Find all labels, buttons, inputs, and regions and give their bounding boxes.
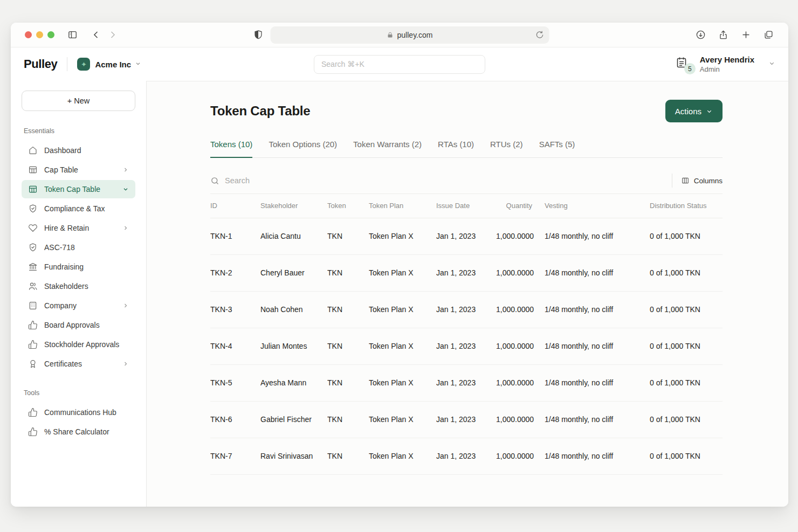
cell-vesting: 1/48 monthly, no cliff [545,328,650,364]
cell-token-plan: Token Plan X [369,291,436,328]
sidebar-item-label: Fundraising [44,262,129,271]
sidebar-item-dashboard[interactable]: Dashboard [22,141,135,160]
search-icon [210,176,219,185]
sidebar-item-stockholder-approvals[interactable]: Stockholder Approvals [22,335,135,354]
sidebar-toggle-icon[interactable] [64,27,80,43]
chevron-right-icon [122,302,129,309]
column-header-token-plan: Token Plan [369,194,436,218]
thumbs-up-icon [28,427,38,437]
org-name: Acme Inc [95,60,131,69]
tab-rtus-2[interactable]: RTUs (2) [490,140,523,157]
chevron-right-icon [122,361,129,367]
cell-vesting: 1/48 monthly, no cliff [545,438,650,474]
downloads-icon[interactable] [692,27,708,43]
actions-button[interactable]: Actions [665,100,723,122]
cell-token-plan: Token Plan X [369,364,436,401]
user-menu[interactable]: Avery Hendrix Admin [700,55,775,73]
org-logo-icon: ✦ [77,58,90,71]
tab-safts-5[interactable]: SAFTs (5) [539,140,575,157]
tab-tokens-10[interactable]: Tokens (10) [210,140,252,158]
award-icon [28,359,38,369]
column-header-vesting: Vesting [545,194,650,218]
table-toolbar: Columns [210,168,723,194]
shield-check-icon [28,204,38,213]
new-button[interactable]: + New [22,91,135,111]
forward-button[interactable] [104,27,120,43]
pulley-logo: Pulley [24,57,57,71]
sidebar-item-hire-retain[interactable]: Hire & Retain [22,219,135,237]
cell-distribution-status: 0 of 1,000 TKN [650,401,723,438]
sidebar-item-token-cap-table[interactable]: Token Cap Table [22,180,135,198]
cell-vesting: 1/48 monthly, no cliff [545,291,650,328]
notifications-button[interactable]: 5 [675,56,691,72]
cell-vesting: 1/48 monthly, no cliff [545,401,650,438]
global-search-input[interactable] [314,55,485,74]
close-window-button[interactable] [25,31,32,38]
sidebar: + New EssentialsDashboardCap TableToken … [11,81,147,507]
cell-stakeholder: Julian Montes [260,328,327,364]
tab-token-warrants-2[interactable]: Token Warrants (2) [353,140,422,157]
sidebar-item-compliance-tax[interactable]: Compliance & Tax [22,199,135,218]
cell-stakeholder: Alicia Cantu [260,218,327,254]
cell-token: TKN [327,364,369,401]
address-bar[interactable]: pulley.com [271,26,549,44]
table-row[interactable]: TKN-4Julian MontesTKNToken Plan XJan 1, … [210,328,723,364]
share-icon[interactable] [715,27,731,43]
cell-distribution-status: 0 of 1,000 TKN [650,328,723,364]
sidebar-item-label: Token Cap Table [44,185,122,194]
sidebar-item-board-approvals[interactable]: Board Approvals [22,316,135,334]
table-row[interactable]: TKN-3Noah CohenTKNToken Plan XJan 1, 202… [210,291,723,328]
cell-issue-date: Jan 1, 2023 [436,218,496,254]
table-search[interactable] [210,176,672,185]
cell-id: TKN-1 [210,218,260,254]
sidebar-item-stakeholders[interactable]: Stakeholders [22,277,135,295]
org-switcher[interactable]: ✦ Acme Inc [77,58,141,71]
sidebar-item-certificates[interactable]: Certificates [22,355,135,373]
cell-token-plan: Token Plan X [369,218,436,254]
sidebar-item-cap-table[interactable]: Cap Table [22,161,135,179]
reload-icon[interactable] [535,30,545,41]
chevron-right-icon [122,225,129,231]
table-row[interactable]: TKN-2Cheryl BauerTKNToken Plan XJan 1, 2… [210,254,723,291]
cell-token: TKN [327,438,369,474]
sidebar-item-asc-718[interactable]: ASC-718 [22,238,135,257]
chevron-down-icon [768,59,775,69]
columns-button[interactable]: Columns [672,174,723,188]
cell-distribution-status: 0 of 1,000 TKN [650,254,723,291]
cell-stakeholder: Noah Cohen [260,291,327,328]
table-row[interactable]: TKN-7Ravi SrinivasanTKNToken Plan XJan 1… [210,438,723,474]
minimize-window-button[interactable] [36,31,43,38]
cell-issue-date: Jan 1, 2023 [436,364,496,401]
table-row[interactable]: TKN-6Gabriel FischerTKNToken Plan XJan 1… [210,401,723,438]
tab-overview-icon[interactable] [760,27,776,43]
cell-id: TKN-6 [210,401,260,438]
column-header-quantity: Quantity [496,194,545,218]
cell-id: TKN-7 [210,438,260,474]
sidebar-item-communications-hub[interactable]: Communications Hub [22,403,135,422]
table-row[interactable]: TKN-5Ayesha MannTKNToken Plan XJan 1, 20… [210,364,723,401]
table-row[interactable]: TKN-1Alicia CantuTKNToken Plan XJan 1, 2… [210,218,723,254]
zoom-window-button[interactable] [47,31,54,38]
sidebar-item-label: Stockholder Approvals [44,340,129,349]
sidebar-item-company[interactable]: Company [22,296,135,315]
cell-token-plan: Token Plan X [369,254,436,291]
chevron-down-icon [135,59,141,69]
privacy-shield-icon[interactable] [250,27,266,43]
table-search-input[interactable] [225,176,672,185]
tab-rtas-10[interactable]: RTAs (10) [438,140,474,157]
sidebar-item-fundraising[interactable]: Fundraising [22,258,135,276]
cell-quantity: 1,000.0000 [496,364,545,401]
traffic-lights [25,31,54,38]
cell-token-plan: Token Plan X [369,401,436,438]
thumbs-up-icon [28,340,38,349]
new-tab-icon[interactable] [738,27,754,43]
back-button[interactable] [88,27,104,43]
cell-quantity: 1,000.0000 [496,254,545,291]
sidebar-item-share-calculator[interactable]: % Share Calculator [22,423,135,441]
tab-token-options-20[interactable]: Token Options (20) [269,140,337,157]
cell-quantity: 1,000.0000 [496,401,545,438]
column-header-id: ID [210,194,260,218]
cell-quantity: 1,000.0000 [496,438,545,474]
bank-icon [28,262,38,272]
cell-token: TKN [327,218,369,254]
